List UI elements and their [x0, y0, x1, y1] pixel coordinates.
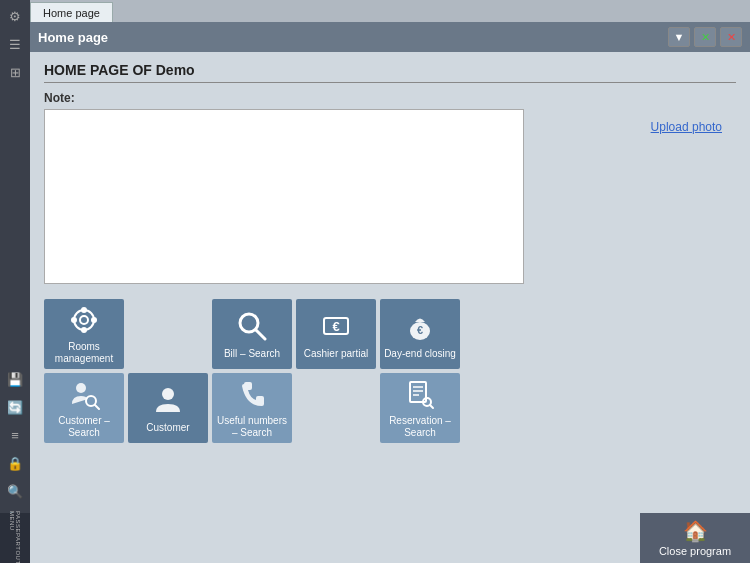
svg-line-14 — [95, 405, 99, 409]
tile-reservation-search-label: Reservation – Search — [384, 415, 456, 439]
logo-text: PASSEPARTOUT MENU — [9, 511, 21, 563]
tile-customer-search-label: Customer – Search — [48, 415, 120, 439]
tile-bill-search-label: Bill – Search — [224, 348, 280, 360]
icon-row-1: Rooms management Bill – Search — [44, 299, 736, 369]
svg-point-12 — [76, 383, 86, 393]
bill-search-icon — [234, 308, 270, 344]
svg-point-3 — [71, 317, 77, 323]
tile-customer-label: Customer — [146, 422, 189, 434]
svg-line-7 — [256, 330, 265, 339]
tile-cashier-partial[interactable]: € Cashier partial — [296, 299, 376, 369]
svg-text:€: € — [417, 324, 423, 336]
icon-grid: Rooms management Bill – Search — [44, 299, 736, 443]
useful-numbers-search-icon — [234, 377, 270, 411]
customer-icon — [150, 382, 186, 418]
tile-useful-numbers-search[interactable]: Useful numbers – Search — [212, 373, 292, 443]
tile-day-end-closing-label: Day-end closing — [384, 348, 456, 360]
svg-line-21 — [430, 405, 433, 408]
svg-point-1 — [81, 307, 87, 313]
page-title: HOME PAGE OF Demo — [44, 62, 736, 83]
sidebar-lock-icon[interactable]: 🔒 — [3, 451, 27, 475]
tile-customer[interactable]: Customer — [128, 373, 208, 443]
window-title: Home page — [38, 30, 108, 45]
tile-day-end-closing[interactable]: € Day-end closing — [380, 299, 460, 369]
main-area: Home page Home page ▼ ✕ ✕ HOME PAGE OF D… — [30, 0, 750, 563]
icon-row-2: Customer – Search Customer — [44, 373, 736, 443]
cashier-partial-icon: € — [318, 308, 354, 344]
svg-point-15 — [162, 388, 174, 400]
tile-useful-numbers-search-label: Useful numbers – Search — [216, 415, 288, 439]
close-program-button[interactable]: 🏠 Close program — [640, 513, 750, 563]
passepartout-logo: PASSEPARTOUT MENU — [0, 513, 30, 563]
sidebar-search-icon[interactable]: 🔍 — [3, 479, 27, 503]
minimize-button[interactable]: ▼ — [668, 27, 690, 47]
sidebar-settings-icon[interactable]: ⚙ — [3, 4, 27, 28]
sidebar-menu-icon[interactable]: ☰ — [3, 32, 27, 56]
content-area: HOME PAGE OF Demo Note: Upload photo — [30, 52, 750, 513]
tile-bill-search[interactable]: Bill – Search — [212, 299, 292, 369]
svg-point-4 — [81, 327, 87, 333]
reservation-search-icon — [402, 377, 438, 411]
tile-cashier-partial-label: Cashier partial — [304, 348, 368, 360]
note-textarea[interactable] — [44, 109, 524, 284]
svg-point-5 — [80, 316, 88, 324]
close-button[interactable]: ✕ — [720, 27, 742, 47]
sidebar-save-icon[interactable]: 💾 — [3, 367, 27, 391]
upload-photo-link[interactable]: Upload photo — [651, 120, 722, 134]
tab-home-page[interactable]: Home page — [30, 2, 113, 22]
sidebar: ⚙ ☰ ⊞ 💾 🔄 ≡ 🔒 🔍 🔧 ✕ — [0, 0, 30, 563]
window-panel: Home page ▼ ✕ ✕ HOME PAGE OF Demo Note: … — [30, 22, 750, 563]
sidebar-grid-icon[interactable]: ⊞ — [3, 60, 27, 84]
tab-bar: Home page — [30, 0, 750, 22]
tile-rooms-management-label: Rooms management — [48, 341, 120, 365]
resize-button[interactable]: ✕ — [694, 27, 716, 47]
close-program-label: Close program — [659, 545, 731, 557]
tile-reservation-search[interactable]: Reservation – Search — [380, 373, 460, 443]
rooms-management-icon — [66, 303, 102, 337]
sidebar-refresh-icon[interactable]: 🔄 — [3, 395, 27, 419]
titlebar-buttons: ▼ ✕ ✕ — [668, 27, 742, 47]
svg-text:€: € — [332, 319, 339, 334]
svg-point-2 — [91, 317, 97, 323]
tile-rooms-management[interactable]: Rooms management — [44, 299, 124, 369]
sidebar-list-icon[interactable]: ≡ — [3, 423, 27, 447]
customer-search-icon — [66, 377, 102, 411]
bottom-bar: 🏠 Close program — [30, 513, 750, 563]
note-label: Note: — [44, 91, 736, 105]
day-end-closing-icon: € — [402, 308, 438, 344]
tile-customer-search[interactable]: Customer – Search — [44, 373, 124, 443]
window-titlebar: Home page ▼ ✕ ✕ — [30, 22, 750, 52]
header-row: HOME PAGE OF Demo Note: Upload photo — [44, 62, 736, 287]
home-icon: 🏠 — [683, 519, 708, 543]
